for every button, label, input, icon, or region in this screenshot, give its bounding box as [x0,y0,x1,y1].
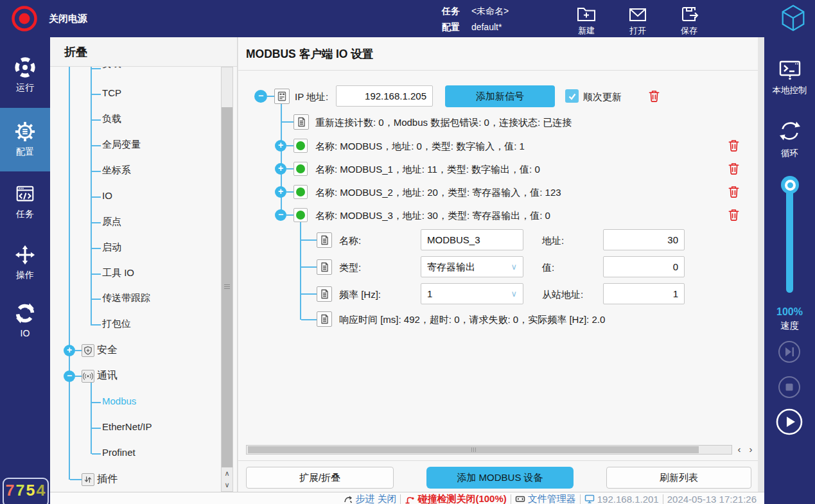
step-mode-status[interactable]: 步进 关闭 [343,494,396,504]
tree-item-tcp[interactable]: TCP [102,87,121,98]
tree-item-ethernet-ip[interactable]: EtherNet/IP [102,421,152,432]
tree-scrollbar[interactable]: ∧ ∨ [221,67,233,492]
loop-button[interactable] [777,118,803,146]
tree-item-global-vars[interactable]: 全局变量 [102,139,141,151]
tree-item-conveyor[interactable]: 传送带跟踪 [102,292,150,304]
signal-expander-2[interactable]: + [275,186,286,198]
tree-item-home[interactable]: 原点 [102,216,121,228]
speed-slider-handle[interactable] [781,176,799,194]
tree-item-payload[interactable]: 负载 [102,113,121,125]
badge-digit: 7 [5,482,15,501]
signal-expander-0[interactable]: + [275,140,286,152]
local-control-label: 本地控制 [764,85,815,96]
tree-item-plugin[interactable]: 插件 [97,473,118,486]
collision-icon [405,494,415,504]
open-file-icon [627,4,648,24]
delete-device-icon[interactable] [647,89,661,103]
sequential-update-checkbox[interactable] [565,89,579,103]
tree-connector-line [69,67,70,480]
play-button[interactable] [776,408,803,435]
tree-item-tool-io[interactable]: 工具 IO [102,267,134,279]
device-expander[interactable]: − [254,90,267,103]
nav-operate[interactable]: 操作 [0,244,50,281]
settings-gear-icon [14,121,36,143]
refresh-list-button[interactable]: 刷新列表 [606,467,751,489]
tree-item-coordinate[interactable]: 坐标系 [102,164,131,177]
local-control-button[interactable] [777,56,803,85]
nav-config[interactable]: 配置 [0,108,50,171]
connector-line [301,266,317,268]
connector-line [301,319,317,320]
tree-item-pallet[interactable]: 打包位 [102,318,131,330]
stop-button[interactable] [778,376,801,399]
power-button[interactable] [10,4,39,35]
nav-operate-label: 操作 [0,270,50,281]
step-next-button[interactable] [778,340,801,363]
tree-item-communication[interactable]: 通讯 [97,369,118,383]
save-button[interactable]: 保存 [670,3,708,37]
type-label: 类型: [339,262,361,274]
address-input[interactable] [603,229,685,250]
collision-detection-status[interactable]: 碰撞检测关闭(100%) [405,494,506,504]
datetime-status: 2024-05-13 17:21:26 [667,494,757,504]
expand-collapse-button[interactable]: 扩展/折叠 [246,467,394,489]
tree-connector-line [75,350,82,351]
scroll-right-icon[interactable]: › [745,445,757,455]
slave-address-input[interactable] [603,283,685,304]
tree-connector-line [92,453,101,455]
nav-run[interactable]: 运行 [0,56,50,94]
page-title: MODBUS 客户端 IO 设置 [238,37,758,71]
nav-io[interactable]: IO [0,302,50,338]
sequential-update-label: 顺次更新 [583,91,622,103]
scroll-left-icon[interactable]: ‹ [733,445,745,455]
tree-connector-line [92,274,101,275]
file-manager-link[interactable]: 文件管理器 [515,494,576,504]
tree-item-profinet[interactable]: Profinet [102,447,136,458]
frequency-select[interactable]: 1 ∨ [421,283,523,304]
ip-address-input[interactable] [336,85,433,107]
new-file-icon [576,4,597,24]
detail-doc-icon [317,286,332,302]
scroll-up-icon[interactable]: ∧ [222,467,232,479]
signal-expander-3[interactable]: − [275,209,286,221]
slave-address-label: 从站地址: [542,289,583,301]
tree-item-safety[interactable]: 安全 [97,343,118,357]
open-button[interactable]: 打开 [618,3,657,37]
tree-scrollbar-thumb[interactable] [222,107,232,467]
tree-item-startup[interactable]: 启动 [102,241,121,254]
delete-signal-icon[interactable] [727,185,741,198]
value-input[interactable] [603,256,685,277]
type-select[interactable]: 寄存器输出 ∨ [421,256,523,277]
config-label: 配置 [442,22,460,32]
tree-expander-communication[interactable]: − [64,370,75,382]
new-button[interactable]: 新建 [567,3,606,37]
step-mode-label: 步进 关闭 [355,493,396,504]
scroll-down-icon[interactable]: ∨ [222,479,232,491]
tree-expander-safety[interactable]: + [64,345,75,356]
add-modbus-device-button[interactable]: 添加 MODBUS 设备 [426,467,574,489]
network-monitor-icon [584,494,595,504]
loop-icon [777,118,803,144]
name-input[interactable] [421,229,523,250]
horizontal-scrollbar-thumb[interactable] [248,446,699,453]
horizontal-scrollbar[interactable] [246,445,732,455]
speed-slider-track[interactable] [786,185,793,293]
tree-item-io[interactable]: IO [102,190,112,201]
tree-item-modbus[interactable]: Modbus [102,395,136,406]
signal-expander-1[interactable]: + [275,163,286,175]
tree-item-install[interactable]: 安装 [102,67,121,70]
badge-digit: 4 [36,482,46,501]
delete-signal-icon[interactable] [727,162,741,175]
move-arrows-icon [14,244,36,266]
modbus-settings-panel: MODBUS 客户端 IO 设置 − IP 地址: 添加新信号 顺次更新 重新连… [238,37,758,492]
robot-number-badge: 7754 [3,478,49,504]
delete-signal-icon[interactable] [727,208,741,222]
tree-connector-line [92,324,101,326]
nav-task[interactable]: 任务 [0,183,50,220]
tree-connector-line [70,479,82,480]
add-signal-button[interactable]: 添加新信号 [445,85,555,107]
datetime-value: 2024-05-13 17:21:26 [667,494,757,504]
delete-signal-icon[interactable] [727,139,741,152]
collapse-header-button[interactable]: 折叠 [50,37,237,67]
detail-doc-icon [317,232,332,248]
